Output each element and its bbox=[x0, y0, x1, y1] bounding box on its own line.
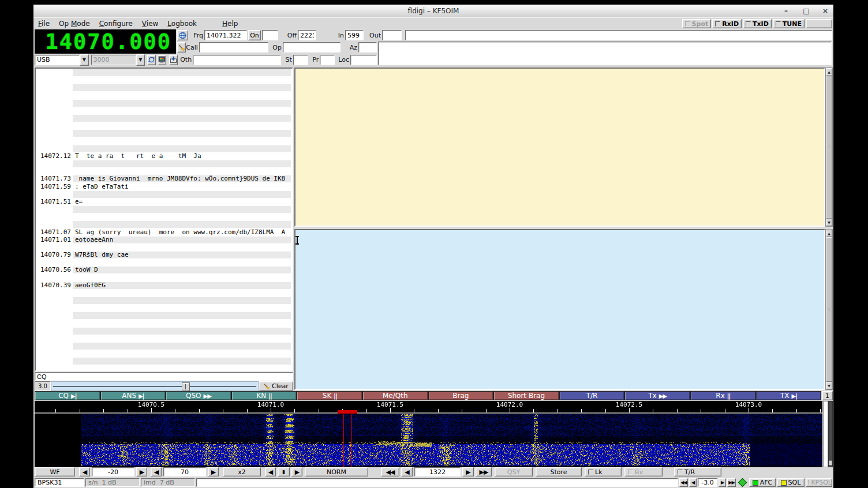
macro-button-sk[interactable]: SK|| bbox=[297, 391, 362, 400]
browser-row[interactable] bbox=[36, 335, 292, 342]
op-field[interactable] bbox=[283, 42, 341, 52]
carrier-down-icon[interactable]: ◀ bbox=[401, 467, 413, 476]
carrier-down-fast-icon[interactable]: ◀◀ bbox=[381, 467, 399, 476]
frequency-display[interactable]: 14070.000 bbox=[35, 29, 176, 54]
wf-rate-button[interactable]: NORM bbox=[305, 467, 368, 476]
reverse-button[interactable]: Rv bbox=[624, 467, 663, 476]
browser-row[interactable] bbox=[36, 205, 292, 213]
browser-row[interactable] bbox=[36, 129, 292, 137]
browser-row[interactable] bbox=[36, 167, 292, 175]
menu-item-file[interactable]: File bbox=[33, 18, 54, 29]
macro-button-tx[interactable]: TX▶| bbox=[756, 391, 822, 400]
browser-row[interactable]: 14071.07SL ag (sorry ureau) more on www.… bbox=[36, 228, 292, 236]
call-field[interactable] bbox=[199, 42, 268, 52]
frequency-offset-value[interactable]: -3.0 bbox=[698, 478, 717, 487]
menu-button-txid[interactable]: TxID bbox=[743, 19, 772, 28]
browser-row[interactable]: 14071.59: eTaD eTaTati bbox=[36, 183, 292, 190]
browser-row[interactable] bbox=[36, 160, 292, 167]
browser-row[interactable] bbox=[36, 258, 292, 266]
rx-text-panel[interactable] bbox=[294, 67, 825, 227]
range-db-up-icon[interactable]: ▶ bbox=[208, 467, 219, 476]
rx-scrollbar[interactable]: ▲ ▼ bbox=[825, 67, 833, 227]
az-field[interactable] bbox=[358, 42, 377, 52]
macro-button-ans[interactable]: ANS▶| bbox=[100, 391, 166, 400]
menu-item-view[interactable]: View bbox=[137, 18, 163, 29]
browser-row[interactable] bbox=[36, 145, 292, 152]
waterfall-side-slider[interactable] bbox=[823, 401, 833, 467]
scroll-down-icon[interactable]: ▼ bbox=[826, 219, 832, 226]
browser-row[interactable] bbox=[36, 69, 292, 76]
scroll-down-icon[interactable]: ▼ bbox=[826, 382, 832, 389]
macro-button-brag[interactable]: Brag bbox=[428, 391, 494, 400]
browser-row[interactable] bbox=[36, 213, 292, 220]
mode-status-button[interactable]: BPSK31 bbox=[35, 478, 84, 487]
menu-item-configure[interactable]: Configure bbox=[95, 18, 137, 29]
level-slider-thumb[interactable] bbox=[829, 460, 832, 466]
range-db-down-icon[interactable]: ◀ bbox=[151, 467, 162, 476]
scroll-up-icon[interactable]: ▲ bbox=[826, 230, 832, 237]
macro-button-short-brag[interactable]: Short Brag bbox=[493, 391, 559, 400]
browser-row[interactable] bbox=[36, 311, 292, 319]
tx-scroll-thumb[interactable] bbox=[826, 237, 832, 382]
rst-in-field[interactable] bbox=[345, 30, 364, 40]
browser-row[interactable] bbox=[36, 76, 292, 84]
afc-offset-down-icon[interactable]: ◀ bbox=[689, 478, 697, 487]
browser-row[interactable] bbox=[36, 320, 292, 327]
menu-button-tune[interactable]: TUNE bbox=[773, 19, 805, 28]
macro-set-button[interactable]: 1 bbox=[822, 391, 833, 400]
lower-db-down-icon[interactable]: ◀ bbox=[79, 467, 90, 476]
browser-row[interactable] bbox=[36, 99, 292, 107]
carrier-up-fast-icon[interactable]: ▶▶ bbox=[476, 467, 492, 476]
tx-text-panel[interactable] bbox=[294, 229, 825, 390]
rx-scroll-track[interactable] bbox=[826, 76, 832, 219]
browser-row[interactable]: 14071.73 name is Giovanni mrno JM88DVfo:… bbox=[36, 175, 292, 182]
browser-row[interactable] bbox=[36, 357, 292, 365]
maximize-icon[interactable]: □ bbox=[802, 6, 811, 16]
qrz-lookup-button[interactable] bbox=[177, 30, 188, 40]
qsy-button[interactable]: QSY bbox=[495, 467, 533, 476]
bandwidth-dropdown-icon[interactable]: ▼ bbox=[136, 54, 145, 66]
wf-mode-button[interactable]: WF bbox=[35, 467, 75, 476]
browser-row[interactable]: 14071.01eotoaeeAnn bbox=[36, 236, 292, 243]
macro-button-t-r[interactable]: T/R bbox=[559, 391, 625, 400]
sync-button[interactable] bbox=[147, 55, 156, 65]
browser-row[interactable]: 14070.79W7RšBl dmy cae bbox=[36, 251, 292, 258]
pr-field[interactable] bbox=[320, 55, 335, 65]
macro-button-me-qth[interactable]: Me/Qth bbox=[362, 391, 428, 400]
waterfall-display[interactable] bbox=[35, 414, 822, 467]
range-db-value[interactable]: 70 bbox=[163, 467, 206, 476]
level-slider[interactable] bbox=[828, 401, 833, 467]
on-button[interactable]: On bbox=[248, 30, 261, 40]
browser-row[interactable] bbox=[36, 107, 292, 114]
minimize-icon[interactable]: – bbox=[781, 6, 791, 16]
info-field[interactable] bbox=[405, 30, 832, 40]
browser-row[interactable] bbox=[36, 84, 292, 91]
browser-row[interactable] bbox=[36, 92, 292, 99]
macro-button-rx[interactable]: Rx|| bbox=[690, 391, 756, 400]
browser-row[interactable] bbox=[36, 327, 292, 335]
browser-row[interactable] bbox=[36, 190, 292, 198]
clear-browser-button[interactable]: Clear bbox=[259, 381, 293, 391]
bandwidth-select[interactable] bbox=[91, 55, 136, 65]
browser-row[interactable]: 14071.51e= bbox=[36, 198, 292, 205]
menu-item-logbook[interactable]: Logbook bbox=[163, 18, 201, 29]
macro-button-cq[interactable]: CQ▶| bbox=[35, 391, 100, 400]
scroll-up-icon[interactable]: ▲ bbox=[826, 68, 832, 76]
tx-rx-button[interactable]: T/R bbox=[674, 467, 721, 476]
mode-select[interactable] bbox=[35, 55, 80, 65]
browser-row[interactable] bbox=[36, 304, 292, 311]
macro-button-tx[interactable]: Tx▶▶ bbox=[624, 391, 690, 400]
clear-log-button[interactable] bbox=[177, 42, 186, 52]
browser-row[interactable] bbox=[36, 274, 292, 281]
menu-item-help[interactable]: Help bbox=[218, 18, 242, 29]
zoom-button[interactable]: x2 bbox=[223, 467, 261, 476]
macro-button-qso[interactable]: QSO▶▶ bbox=[166, 391, 231, 400]
slider-thumb[interactable] bbox=[182, 382, 190, 391]
carrier-up-icon[interactable]: ▶ bbox=[462, 467, 474, 476]
center-position-button[interactable]: ▮ bbox=[278, 467, 290, 476]
scroll-right-icon[interactable]: ▶ bbox=[291, 467, 302, 476]
mode-dropdown-icon[interactable]: ▼ bbox=[80, 54, 89, 66]
time-off-field[interactable] bbox=[298, 30, 316, 40]
scroll-left-icon[interactable]: ◀ bbox=[265, 467, 276, 476]
browser-row[interactable]: 14070.56tooW D bbox=[36, 266, 292, 273]
